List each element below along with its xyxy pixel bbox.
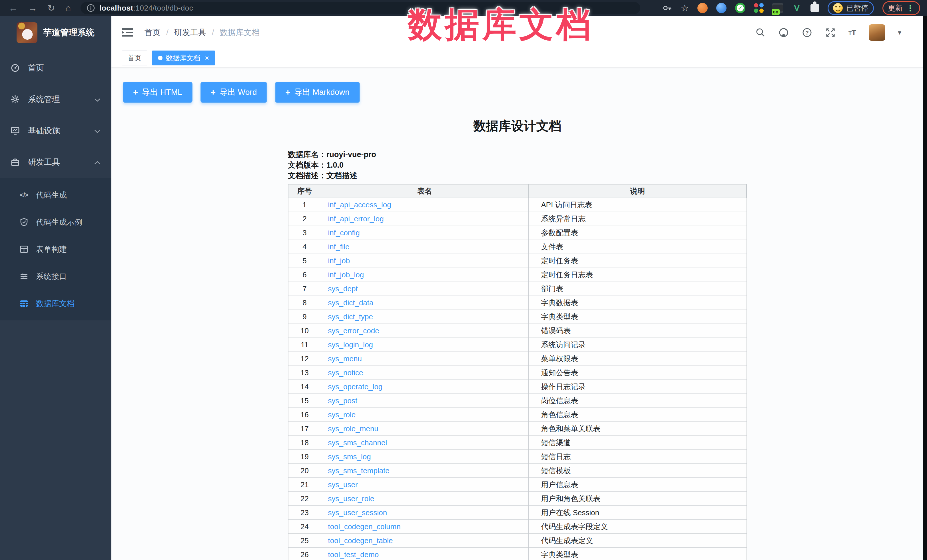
table-link[interactable]: sys_sms_template <box>328 466 389 475</box>
table-link[interactable]: sys_user <box>328 480 358 489</box>
tag-home[interactable]: 首页 <box>122 50 147 65</box>
row-index: 8 <box>288 296 321 310</box>
extension-on-badge-icon[interactable]: on <box>772 3 783 13</box>
forward-icon[interactable]: → <box>28 3 37 12</box>
table-link[interactable]: inf_api_access_log <box>328 200 391 209</box>
close-icon[interactable]: × <box>205 54 209 62</box>
table-desc: 字典类型表 <box>528 310 746 324</box>
table-desc: 角色和菜单关联表 <box>528 422 746 436</box>
table-link[interactable]: inf_file <box>328 243 350 251</box>
kebab-menu-icon[interactable]: ⋮ <box>906 3 915 13</box>
breadcrumb-devtools[interactable]: 研发工具 <box>174 27 206 38</box>
fullscreen-icon[interactable] <box>825 27 836 38</box>
export-markdown-button[interactable]: + 导出 Markdown <box>275 82 360 103</box>
extension-orange-icon[interactable] <box>698 3 708 13</box>
caret-down-icon[interactable]: ▾ <box>898 29 901 36</box>
avatar[interactable] <box>869 24 885 41</box>
sidebar-item-devtools[interactable]: 研发工具 <box>0 147 111 178</box>
app-logo[interactable]: 芋道管理系统 <box>0 16 111 43</box>
address-bar[interactable]: localhost:1024/tool/db-doc <box>81 2 640 14</box>
table-link[interactable]: sys_dict_type <box>328 313 373 321</box>
export-word-button[interactable]: + 导出 Word <box>201 82 267 103</box>
table-row: 13 sys_notice 通知公告表 <box>288 366 746 380</box>
table-link[interactable]: inf_job <box>328 256 350 265</box>
extension-grid-icon[interactable] <box>754 3 764 13</box>
info-icon[interactable] <box>87 4 95 12</box>
table-link[interactable]: sys_user_session <box>328 508 387 517</box>
page-scrollbar[interactable] <box>923 16 927 560</box>
sidebar-item-system[interactable]: 系统管理 <box>0 83 111 115</box>
sidebar-item-home[interactable]: 首页 <box>0 52 111 83</box>
table-link[interactable]: sys_sms_channel <box>328 439 387 447</box>
sidebar-item-infra[interactable]: 基础设施 <box>0 115 111 147</box>
row-index: 25 <box>288 534 321 548</box>
table-link[interactable]: sys_role <box>328 410 356 419</box>
breadcrumb-current: 数据库文档 <box>220 27 260 38</box>
breadcrumb-home[interactable]: 首页 <box>144 27 161 38</box>
row-index: 6 <box>288 268 321 282</box>
sidebar-item-db-doc[interactable]: 数据库文档 <box>0 290 111 317</box>
table-link[interactable]: sys_operate_log <box>328 382 383 391</box>
table-desc: 菜单权限表 <box>528 352 746 366</box>
url-text[interactable]: localhost:1024/tool/db-doc <box>99 4 193 12</box>
table-desc: 文件表 <box>528 240 746 254</box>
table-desc: 字典数据表 <box>528 296 746 310</box>
table-link[interactable]: tool_codegen_column <box>328 522 401 531</box>
table-link[interactable]: sys_sms_log <box>328 452 371 461</box>
extension-blue-icon[interactable] <box>716 3 726 13</box>
extensions-puzzle-icon[interactable] <box>810 4 819 12</box>
help-icon[interactable]: ? <box>802 27 813 38</box>
table-link[interactable]: tool_codegen_table <box>328 536 393 545</box>
chevron-down-icon <box>94 126 100 135</box>
sidebar-item-system-api[interactable]: 系统接口 <box>0 263 111 290</box>
table-desc: 定时任务日志表 <box>528 268 746 282</box>
table-link[interactable]: sys_post <box>328 396 357 405</box>
table-link[interactable]: sys_login_log <box>328 340 373 349</box>
table-link[interactable]: inf_config <box>328 228 360 237</box>
table-link[interactable]: inf_job_log <box>328 270 364 279</box>
extension-vue-icon[interactable]: V <box>792 3 802 13</box>
export-markdown-label: 导出 Markdown <box>295 87 350 98</box>
table-link[interactable]: sys_dict_data <box>328 298 374 307</box>
extension-green-check-icon[interactable]: ✓ <box>735 3 745 13</box>
font-size-icon[interactable]: TT <box>848 28 856 37</box>
search-icon[interactable] <box>755 27 766 38</box>
github-icon[interactable] <box>778 27 789 38</box>
sidebar-item-form-builder[interactable]: 表单构建 <box>0 235 111 263</box>
back-icon[interactable]: ← <box>9 3 18 12</box>
table-link[interactable]: sys_error_code <box>328 326 379 335</box>
table-link[interactable]: sys_user_role <box>328 494 374 503</box>
table-link[interactable]: inf_api_error_log <box>328 214 384 223</box>
tag-label: 数据库文档 <box>166 53 200 62</box>
reload-icon[interactable]: ↻ <box>47 3 55 12</box>
row-index: 7 <box>288 282 321 296</box>
table-row: 23 sys_user_session 用户在线 Session <box>288 506 746 520</box>
home-icon[interactable]: ⌂ <box>65 3 71 12</box>
bookmark-star-icon[interactable]: ☆ <box>681 3 689 12</box>
table-link[interactable]: sys_role_menu <box>328 424 378 433</box>
table-link[interactable]: sys_dept <box>328 284 358 293</box>
table-desc: 系统访问记录 <box>528 338 746 352</box>
table-row: 6 inf_job_log 定时任务日志表 <box>288 268 746 282</box>
table-link[interactable]: tool_test_demo <box>328 550 379 559</box>
tag-db-doc[interactable]: 数据库文档 × <box>152 50 215 65</box>
sidebar-item-label: 代码生成 <box>36 190 67 200</box>
browser-update-label[interactable]: 更新 <box>888 3 903 13</box>
sidebar-item-label: 基础设施 <box>28 125 60 136</box>
table-desc: 用户在线 Session <box>528 506 746 520</box>
sidebar-item-codegen-example[interactable]: 代码生成示例 <box>0 208 111 235</box>
table-link[interactable]: sys_notice <box>328 369 363 377</box>
key-icon[interactable] <box>662 3 672 13</box>
sidebar-item-codegen[interactable]: </> 代码生成 <box>0 181 111 208</box>
export-html-button[interactable]: + 导出 HTML <box>123 82 193 103</box>
emoji-extension-icon[interactable] <box>833 3 843 13</box>
active-tag-dot <box>158 56 163 60</box>
table-desc: 用户信息表 <box>528 478 746 492</box>
table-row: 18 sys_sms_channel 短信渠道 <box>288 436 746 450</box>
meta-db-name: 数据库名：ruoyi-vue-pro <box>288 149 747 160</box>
sidebar-collapse-icon[interactable] <box>122 28 133 37</box>
row-index: 12 <box>288 352 321 366</box>
chevron-down-icon <box>94 95 100 104</box>
table-link[interactable]: sys_menu <box>328 354 362 363</box>
export-word-label: 导出 Word <box>220 87 257 98</box>
